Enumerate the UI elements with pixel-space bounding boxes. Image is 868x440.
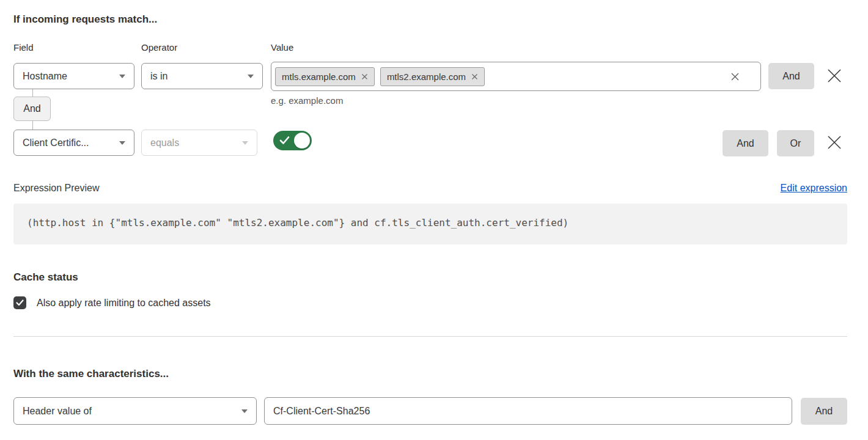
row2-or-button[interactable]: Or [777,130,814,156]
match-section-title: If incoming requests match... [13,13,157,26]
row2-operator-select-value: equals [150,138,179,148]
expression-preview-label: Expression Preview [13,183,100,194]
cached-assets-checkbox[interactable] [13,296,26,309]
row1-field-select-value: Hostname [23,71,67,82]
check-icon [16,299,24,306]
expression-text: (http.host in {"mtls.example.com" "mtls2… [27,217,568,229]
row2-remove-icon[interactable] [827,135,842,150]
operator-column-label: Operator [141,42,177,53]
toggle-knob [294,133,310,148]
value-hint-text: e.g. example.com [271,95,343,106]
check-icon [279,136,290,145]
characteristic-select[interactable]: Header value of [13,397,257,425]
edit-expression-link[interactable]: Edit expression [781,183,847,194]
row2-and-button[interactable]: And [723,130,768,156]
header-name-input[interactable] [264,397,792,425]
value-chip: mtls.example.com [275,67,375,86]
row2-field-select-value: Client Certific... [23,138,89,148]
value-chip-list: mtls.example.com mtls2.example.com [275,67,730,86]
row1-value-multiselect[interactable]: mtls.example.com mtls2.example.com [271,62,761,91]
chip-remove-icon[interactable] [361,73,368,80]
row1-operator-select[interactable]: is in [141,63,263,89]
chevron-down-icon [248,75,254,78]
chevron-down-icon [119,141,125,145]
value-chip-text: mtls2.example.com [387,72,466,82]
row1-operator-select-value: is in [150,71,167,82]
row1-field-select[interactable]: Hostname [13,63,134,89]
chevron-down-icon [241,409,248,413]
connector-and-button[interactable]: And [13,97,51,121]
row1-remove-icon[interactable] [827,68,842,83]
row1-and-button[interactable]: And [768,63,814,89]
cache-status-title: Cache status [13,271,78,284]
row2-field-select[interactable]: Client Certific... [13,130,134,156]
characteristics-title: With the same characteristics... [13,368,169,380]
value-chip-text: mtls.example.com [282,72,356,82]
rate-limit-rule-builder: If incoming requests match... Field Oper… [0,0,868,440]
chip-remove-icon[interactable] [471,73,478,80]
cert-verified-toggle[interactable] [273,131,312,150]
value-column-label: Value [271,42,293,53]
chevron-down-icon [119,75,125,78]
field-column-label: Field [13,42,34,53]
characteristics-and-button[interactable]: And [801,398,847,425]
row2-operator-select: equals [141,130,257,156]
value-chip: mtls2.example.com [380,67,485,86]
chevron-down-icon [242,141,248,145]
section-divider [13,336,847,337]
cached-assets-checkbox-label: Also apply rate limiting to cached asset… [37,298,211,309]
clear-values-icon[interactable] [730,72,740,81]
expression-code-block: (http.host in {"mtls.example.com" "mtls2… [13,204,847,244]
characteristic-select-value: Header value of [23,406,92,417]
